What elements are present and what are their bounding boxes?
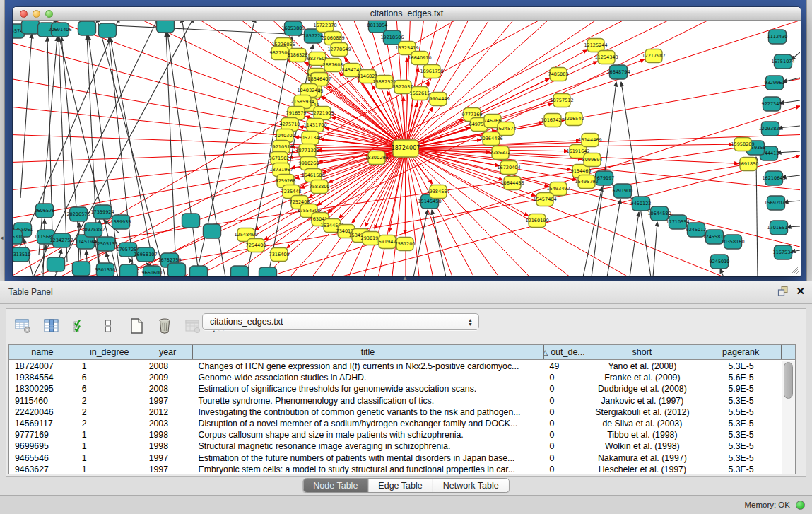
graph-node[interactable]: [190, 266, 208, 276]
table-row[interactable]: 1456911722003Disruption of a novel membe…: [9, 418, 782, 429]
graph-node[interactable]: 12778649: [327, 43, 351, 57]
graph-node[interactable]: [182, 214, 200, 228]
zoom-window-button[interactable]: [45, 10, 53, 18]
table-row[interactable]: 1830029562008Estimation of significance …: [9, 383, 782, 395]
graph-node[interactable]: 1167534: [773, 245, 794, 259]
graph-node[interactable]: 11431700: [303, 119, 326, 132]
graph-node[interactable]: 15722378: [313, 21, 336, 33]
graph-node[interactable]: [22, 21, 40, 34]
graph-node[interactable]: 7386372: [490, 146, 511, 160]
tab-edge-table[interactable]: Edge Table: [368, 479, 433, 492]
graph-node[interactable]: 19904449: [426, 93, 449, 106]
graph-node[interactable]: [157, 21, 175, 33]
tab-node-table[interactable]: Node Table: [303, 479, 368, 492]
row-selection-icon[interactable]: [98, 316, 118, 336]
window-resize-grip[interactable]: [790, 266, 799, 275]
graph-node[interactable]: [99, 23, 117, 37]
graph-node[interactable]: 16648794: [606, 65, 630, 79]
graph-node[interactable]: 7254400: [246, 239, 266, 252]
graph-node[interactable]: 12721905: [310, 107, 334, 120]
float-panel-icon[interactable]: [777, 286, 789, 297]
new-table-icon[interactable]: [126, 316, 146, 336]
table-options-icon[interactable]: [13, 316, 33, 336]
graph-node[interactable]: 8099694: [582, 153, 603, 167]
table-scrollbar-thumb[interactable]: [784, 362, 793, 399]
graph-node[interactable]: 2606576: [35, 204, 55, 218]
graph-node[interactable]: 1691850: [739, 158, 759, 171]
table-row[interactable]: 946362711997Embryonic stem cells: a mode…: [9, 464, 782, 474]
graph-node[interactable]: 20364486: [479, 132, 502, 146]
graph-node[interactable]: 12093822: [758, 122, 782, 136]
graph-node[interactable]: 9329961: [765, 76, 785, 90]
graph-node[interactable]: 2867608: [323, 59, 343, 72]
window-titlebar[interactable]: citations_edges.txt: [13, 7, 801, 21]
graph-node[interactable]: 15144469: [578, 134, 601, 147]
column-header-pagerank[interactable]: pagerank: [700, 345, 782, 359]
table-row[interactable]: 1938455462009Genome-wide association stu…: [9, 372, 782, 383]
table-row[interactable]: 911546021997Tourette syndrome. Phenomeno…: [9, 395, 782, 407]
graph-node[interactable]: [231, 266, 249, 276]
memory-ok-indicator[interactable]: [796, 501, 805, 510]
graph-node[interactable]: 18724007: [392, 140, 420, 157]
close-window-button[interactable]: [20, 10, 28, 18]
graph-node[interactable]: 16958107: [134, 247, 157, 262]
column-header-title[interactable]: title: [193, 345, 544, 359]
graph-node[interactable]: 7316400: [269, 248, 290, 262]
graph-node[interactable]: [73, 262, 90, 276]
graph-node[interactable]: 10644580: [647, 206, 671, 221]
graph-node[interactable]: 16961758: [420, 65, 443, 78]
table-scrollbar[interactable]: [782, 361, 795, 474]
graph-node[interactable]: 12342757: [49, 233, 73, 247]
graph-node[interactable]: 10644458: [500, 177, 524, 190]
graph-node[interactable]: 18757512: [550, 94, 573, 107]
graph-node[interactable]: 19384554: [426, 185, 449, 199]
close-panel-icon[interactable]: ✕: [796, 286, 805, 297]
column-header-name[interactable]: name: [9, 345, 76, 359]
graph-node[interactable]: 16053809: [281, 21, 305, 35]
graph-node[interactable]: 16640910: [408, 52, 431, 65]
graph-node[interactable]: 9227343: [762, 97, 782, 111]
graph-node[interactable]: [259, 267, 277, 276]
graph-node[interactable]: 16210645: [762, 171, 785, 185]
graph-node[interactable]: 12217987: [642, 49, 665, 63]
graph-node[interactable]: 7583800: [310, 180, 330, 194]
graph-node[interactable]: 3915310: [13, 230, 23, 244]
citation-network-graph[interactable]: 1055740206914061605380978572248813054192…: [13, 21, 800, 276]
column-header-short[interactable]: short: [584, 345, 701, 359]
column-header-in_degree[interactable]: in_degree: [76, 345, 143, 359]
graph-node[interactable]: 10975887: [81, 223, 105, 237]
graph-node[interactable]: 15751074: [771, 54, 794, 69]
graph-node[interactable]: 10358160: [721, 235, 744, 249]
graph-node[interactable]: 12505135: [94, 237, 117, 251]
delete-table-icon[interactable]: [155, 316, 175, 336]
delete-column-icon[interactable]: [183, 316, 203, 336]
table-selector-dropdown[interactable]: citations_edges.txt ▲▼: [202, 313, 479, 330]
graph-node[interactable]: 3216540: [564, 112, 584, 126]
graph-node[interactable]: [120, 264, 138, 276]
minimize-window-button[interactable]: [33, 10, 40, 18]
splitter-handle[interactable]: ▲: [401, 276, 409, 281]
graph-node[interactable]: 1112430: [767, 30, 788, 44]
select-checklist-icon[interactable]: [70, 316, 90, 336]
table-row[interactable]: 1872400712008Changes of HCN gene express…: [9, 361, 782, 372]
graph-node[interactable]: 12125244: [584, 39, 607, 52]
graph-node[interactable]: 15692071: [764, 196, 787, 210]
graph-node[interactable]: 12160190: [525, 214, 548, 228]
graph-node[interactable]: 7485083: [548, 68, 569, 81]
graph-node[interactable]: 1589935: [111, 215, 131, 229]
graph-node[interactable]: 15495792: [575, 175, 598, 189]
graph-node[interactable]: 15958289: [731, 138, 754, 151]
graph-node[interactable]: [47, 257, 65, 271]
table-row[interactable]: 969969511998Structural magnetic resonanc…: [9, 440, 782, 452]
graph-node[interactable]: 18771300: [295, 144, 319, 158]
table-row[interactable]: 977716911998Corpus callosum shape and si…: [9, 429, 782, 440]
graph-node[interactable]: 17016514: [767, 221, 790, 235]
graph-node[interactable]: 10521340: [298, 132, 322, 145]
table-row[interactable]: 2242004622012Investigating the contribut…: [9, 407, 782, 418]
panel-collapse-arrow-icon[interactable]: ◂: [0, 234, 4, 241]
graph-node[interactable]: 9313510: [13, 247, 30, 262]
graph-node[interactable]: 20206576: [66, 207, 90, 221]
graph-node[interactable]: [168, 263, 186, 276]
graph-node[interactable]: 9450122: [631, 197, 652, 211]
graph-node[interactable]: 11254343: [594, 51, 618, 64]
